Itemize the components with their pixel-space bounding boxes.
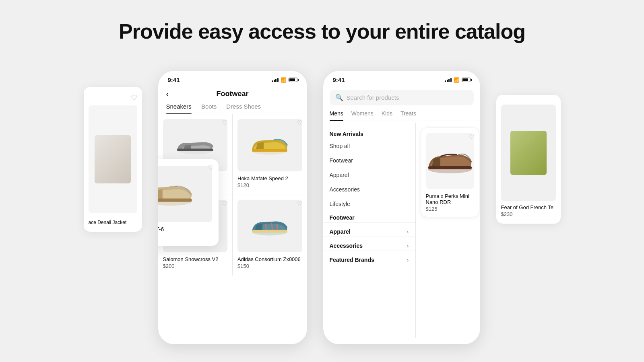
accessories-chevron-icon: › — [407, 243, 409, 249]
xt6-svg — [158, 180, 194, 208]
right-phone-mockup: 9:41 📶 🔍 Search for products Mens — [323, 71, 480, 344]
adidas-image — [237, 200, 302, 252]
heart-icon-gel[interactable]: ♡ — [222, 119, 227, 127]
battery-right — [462, 78, 471, 82]
heart-icon-adidas[interactable]: ♡ — [297, 200, 302, 208]
menu-item-shop-all[interactable]: Shop all — [323, 139, 415, 153]
r-signal-bar-3 — [448, 79, 450, 82]
right-partial-product-name: Fear of God French Te — [501, 204, 556, 210]
left-phone-header: ‹ Footwear — [158, 86, 307, 103]
menu-item-apparel[interactable]: Apparel — [323, 168, 415, 182]
jacket-image — [95, 135, 131, 183]
hoka-svg — [250, 133, 290, 157]
search-icon: 🔍 — [335, 94, 343, 101]
left-partial-product-image — [89, 105, 137, 213]
svg-rect-9 — [158, 198, 192, 202]
signal-bar-3 — [275, 79, 277, 82]
cat-tab-mens[interactable]: Mens — [330, 110, 343, 121]
menu-item-footwear[interactable]: Footwear — [323, 153, 415, 168]
menu-section-accessories-collapsible[interactable]: Accessories › — [323, 237, 415, 251]
right-partial-product-price: $230 — [501, 211, 556, 217]
product-cell-hoka: ♡ Hoka Mafate Speed 2 $120 — [233, 114, 307, 195]
floating-product-image — [158, 166, 212, 222]
hoka-name: Hoka Mafate Speed 2 — [237, 175, 302, 181]
phones-row: ♡ ace Denali Jacket 9:41 📶 — [0, 63, 644, 344]
menu-section-new-arrivals: New Arrivals — [323, 128, 415, 139]
r-signal-bar-1 — [445, 80, 446, 82]
heart-icon-floating[interactable]: ♡ — [208, 164, 214, 172]
battery-fill-right — [462, 78, 468, 81]
snowcross-name: Salomon Snowcross V2 — [163, 256, 228, 262]
svg-rect-1 — [177, 149, 213, 151]
accessories-label: Accessories — [330, 243, 363, 249]
apparel-label: Apparel — [330, 228, 351, 235]
left-partial-product-name: ace Denali Jacket — [89, 220, 137, 225]
puma-svg — [426, 147, 474, 175]
floating-product-price: $150 — [158, 233, 212, 239]
category-tabs: Mens Womens Kids Treats — [323, 110, 480, 121]
snowcross-price: $200 — [163, 263, 228, 269]
floating-product-name: Salomon XT-6 — [158, 226, 212, 232]
search-bar[interactable]: 🔍 Search for products — [330, 90, 474, 105]
green-jacket-image — [510, 131, 547, 175]
svg-rect-3 — [252, 149, 287, 152]
left-status-icons: 📶 — [272, 77, 297, 83]
heart-icon-hoka[interactable]: ♡ — [297, 119, 302, 127]
adidas-svg — [250, 214, 290, 238]
featured-brands-chevron-icon: › — [407, 257, 409, 263]
tab-dress-shoes[interactable]: Dress Shoes — [226, 103, 261, 114]
wifi-icon-right: 📶 — [454, 77, 460, 83]
heart-icon-featured[interactable]: ♡ — [469, 133, 474, 140]
left-phone-tabs: Sneakers Boots Dress Shoes — [158, 103, 307, 114]
signal-bars-left — [272, 78, 279, 82]
featured-product-image — [426, 133, 474, 189]
tab-sneakers[interactable]: Sneakers — [166, 103, 192, 114]
svg-rect-11 — [428, 166, 472, 169]
heart-icon-snowcross[interactable]: ♡ — [222, 200, 227, 208]
signal-bars-right — [445, 78, 452, 82]
r-signal-bar-2 — [447, 80, 448, 82]
heart-icon-left-partial[interactable]: ♡ — [131, 93, 137, 102]
right-status-time: 9:41 — [333, 76, 345, 83]
svg-rect-7 — [252, 230, 287, 233]
right-phone-content: New Arrivals Shop all Footwear Apparel A… — [323, 123, 480, 338]
featured-product-name: Puma x Perks Mini Nano RDR — [426, 193, 474, 205]
floating-product-card: ♡ Salomon XT-6 $150 — [158, 159, 219, 246]
battery-left — [289, 78, 297, 82]
menu-panel: New Arrivals Shop all Footwear Apparel A… — [323, 123, 416, 338]
featured-brands-label: Featured Brands — [330, 257, 374, 263]
search-placeholder-text: Search for products — [347, 94, 399, 101]
signal-bar-1 — [272, 80, 273, 82]
left-phone-mockup: 9:41 📶 ‹ Footwear Sneakers Boo — [158, 71, 307, 344]
left-phone-title: Footwear — [216, 90, 248, 98]
product-cell-adidas: ♡ Adidas Consortium Zx0006 $150 — [233, 195, 307, 276]
apparel-chevron-icon: › — [407, 228, 409, 235]
featured-product-price: $125 — [426, 206, 474, 212]
battery-fill-left — [289, 78, 295, 81]
cat-tab-treats[interactable]: Treats — [400, 110, 416, 121]
cat-tab-womens[interactable]: Womens — [351, 110, 374, 121]
menu-section-featured-brands-collapsible[interactable]: Featured Brands › — [323, 251, 415, 265]
hoka-image — [237, 119, 302, 171]
signal-bar-4 — [277, 78, 279, 82]
cat-tab-kids[interactable]: Kids — [382, 110, 392, 121]
adidas-price: $150 — [237, 263, 302, 269]
menu-item-lifestyle[interactable]: Lifestyle — [323, 197, 415, 211]
adidas-name: Adidas Consortium Zx0006 — [237, 256, 302, 262]
left-status-bar: 9:41 📶 — [158, 71, 307, 86]
left-status-time: 9:41 — [168, 76, 180, 83]
left-partial-card: ♡ ace Denali Jacket — [84, 87, 142, 232]
product-panel: ♡ Puma x Perks Mini Nano RDR — [416, 123, 480, 338]
menu-section-apparel-collapsible[interactable]: Apparel › — [323, 222, 415, 237]
gel-kayano-svg — [175, 133, 215, 157]
right-partial-card: Fear of God French Te $230 — [496, 95, 561, 224]
signal-bar-2 — [274, 80, 275, 82]
menu-section-footwear: Footwear — [323, 211, 415, 222]
right-status-icons: 📶 — [445, 77, 471, 83]
tab-boots[interactable]: Boots — [201, 103, 217, 114]
r-signal-bar-4 — [450, 78, 452, 82]
hoka-price: $120 — [237, 182, 302, 188]
back-button[interactable]: ‹ — [166, 89, 169, 99]
right-partial-product-image — [501, 105, 556, 201]
menu-item-accessories[interactable]: Accessories — [323, 182, 415, 197]
